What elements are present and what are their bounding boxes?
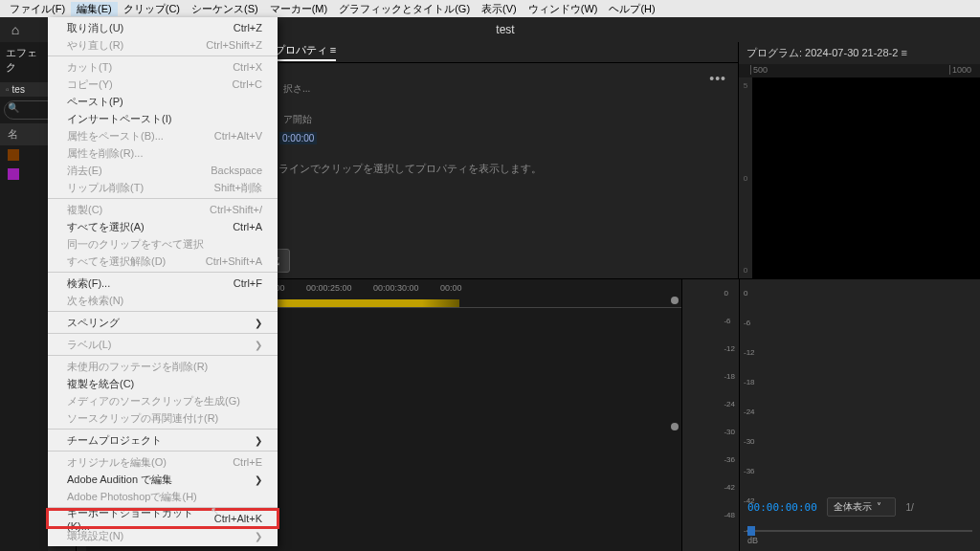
menu-item: 属性を削除(R)...	[48, 144, 278, 162]
program-timecode[interactable]: 00:00:00:00	[747, 501, 817, 514]
menu-0[interactable]: ファイル(F)	[4, 2, 71, 16]
cursor-icon: ↖	[211, 505, 219, 518]
program-view[interactable]: 500	[739, 77, 980, 278]
db-label: dB	[747, 536, 758, 545]
col-name: 名	[8, 127, 18, 142]
menu-item: リップル削除(T)Shift+削除	[48, 179, 278, 196]
col-hint: 択さ...	[283, 82, 310, 96]
menu-item: 属性をペースト(B)...Ctrl+Alt+V	[48, 127, 278, 144]
menu-8[interactable]: ヘルプ(H)	[603, 2, 660, 16]
menu-item: コピー(Y)Ctrl+C	[48, 76, 278, 93]
menu-item: ラベル(L)❯	[48, 336, 278, 353]
menu-item[interactable]: スペリング❯	[48, 314, 278, 331]
tc-cell: 0:00:00	[279, 132, 317, 144]
menu-item: 次を検索(N)	[48, 292, 278, 309]
menu-item[interactable]: 取り消し(U)Ctrl+Z	[48, 19, 278, 36]
program-controls: 0-6-12-18-24-30-36-42-48-- 00:00:00:00 全…	[739, 279, 980, 551]
menu-item: Adobe Photoshopで編集(H)	[48, 488, 278, 505]
menu-item[interactable]: キーボードショートカット(K)...Ctrl+Alt+K	[48, 510, 278, 527]
menu-4[interactable]: マーカー(M)	[264, 2, 334, 16]
menu-item: 消去(E)Backspace	[48, 162, 278, 179]
menu-item: 未使用のフッテージを削除(R)	[48, 358, 278, 375]
fraction-label: 1/	[905, 502, 913, 513]
menu-5[interactable]: グラフィックとタイトル(G)	[333, 2, 476, 16]
menu-item[interactable]: インサートペースト(I)	[48, 110, 278, 127]
menu-item: ソースクリップの再関連付け(R)	[48, 409, 278, 427]
swatch-icon	[8, 149, 19, 161]
timeline-scrollbar-v[interactable]	[668, 308, 681, 551]
menu-item[interactable]: ペースト(P)	[48, 93, 278, 110]
effects-tab-strip: エフェク ▫ tes 名	[0, 42, 48, 551]
project-item-1[interactable]	[0, 145, 48, 165]
effects-label[interactable]: エフェク	[0, 42, 48, 78]
program-header: プログラム: 2024-07-30 21-28-2 ≡	[739, 42, 980, 64]
menu-item[interactable]: すべてを選択(A)Ctrl+A	[48, 218, 278, 235]
zoom-select[interactable]: 全体表示 ˅	[827, 497, 897, 517]
menu-item[interactable]: Adobe Audition で編集❯	[48, 471, 278, 488]
menu-item: オリジナルを編集(O)Ctrl+E	[48, 453, 278, 471]
menu-item: 複製(C)Ctrl+Shift+/	[48, 201, 278, 218]
menu-item[interactable]: 検索(F)...Ctrl+F	[48, 275, 278, 292]
menubar: ファイル(F)編集(E)クリップ(C)シーケンス(S)マーカー(M)グラフィック…	[0, 0, 980, 17]
program-scrubber[interactable]	[747, 530, 972, 532]
project-tab[interactable]: ▫ tes	[0, 82, 48, 97]
edit-menu-dropdown: 取り消し(U)Ctrl+Zやり直し(R)Ctrl+Shift+Zカット(T)Ct…	[48, 17, 278, 546]
menu-2[interactable]: クリップ(C)	[118, 2, 186, 16]
home-icon[interactable]: ⌂	[0, 22, 31, 37]
more-icon[interactable]: •••	[709, 71, 726, 86]
menu-6[interactable]: 表示(V)	[476, 2, 523, 16]
folder-icon: ▫	[6, 84, 10, 95]
menu-item: メディアのソースクリップを生成(G)	[48, 392, 278, 409]
menu-item: カット(T)Ctrl+X	[48, 58, 278, 76]
program-ruler[interactable]: 500 1000	[739, 64, 980, 77]
menu-item[interactable]: チームプロジェクト❯	[48, 431, 278, 449]
menu-item[interactable]: 複製を統合(C)	[48, 375, 278, 392]
menu-3[interactable]: シーケンス(S)	[186, 2, 264, 16]
menu-item: すべてを選択解除(D)Ctrl+Shift+A	[48, 253, 278, 270]
menu-item: 同一のクリップをすべて選択	[48, 235, 278, 253]
audio-meter: 0-6-12-18-24-30-36-42-48	[681, 279, 739, 551]
menu-7[interactable]: ウィンドウ(W)	[523, 2, 604, 16]
program-monitor: プログラム: 2024-07-30 21-28-2 ≡ 500 1000 500	[739, 42, 980, 278]
menu-1[interactable]: 編集(E)	[71, 2, 118, 16]
tab[interactable]: プロパティ ≡	[275, 43, 336, 61]
col-start: ア開始	[283, 113, 312, 126]
project-item-2[interactable]	[0, 165, 48, 184]
swatch-icon	[8, 168, 19, 180]
menu-item: やり直し(R)Ctrl+Shift+Z	[48, 36, 278, 54]
